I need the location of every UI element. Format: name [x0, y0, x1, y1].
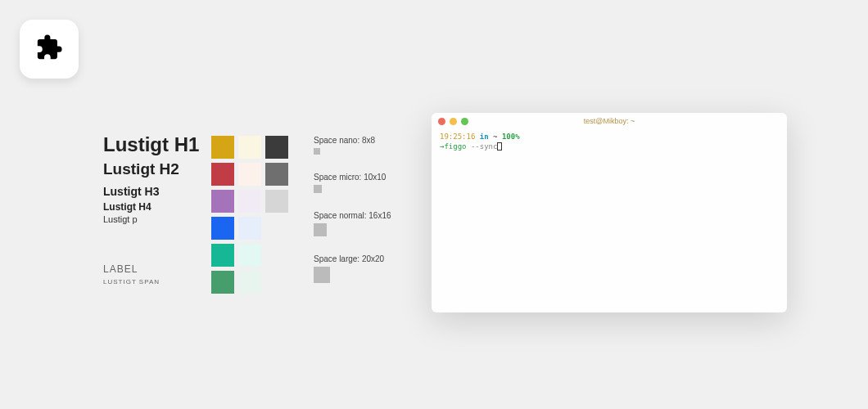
- terminal-title: test@Mikboy: ~: [432, 117, 787, 125]
- spacing-label: Space large: 20x20: [314, 254, 391, 263]
- command-flag: --sync: [471, 142, 498, 151]
- spacing-label: Space normal: 16x16: [314, 211, 391, 220]
- plugin-card: [20, 20, 79, 79]
- heading-h1: Lustigt H1: [103, 134, 199, 155]
- heading-h2: Lustigt H2: [103, 160, 199, 178]
- swatch: [211, 271, 234, 294]
- prompt-percent: 100%: [502, 133, 520, 141]
- swatch: [211, 217, 234, 240]
- spacing-label: Space micro: 10x10: [314, 173, 391, 182]
- terminal-header: test@Mikboy: ~: [432, 113, 787, 129]
- swatch: [265, 136, 288, 159]
- terminal-line-2: →figgo --sync: [440, 142, 779, 152]
- puzzle-icon: [35, 34, 63, 65]
- typography-specimen: Lustigt H1 Lustigt H2 Lustigt H3 Lustigt…: [103, 134, 199, 285]
- heading-h3: Lustigt H3: [103, 185, 199, 198]
- span-text: LUSTIGT SPAN: [103, 278, 199, 285]
- spacing-block: [314, 267, 330, 283]
- swatch: [238, 136, 261, 159]
- prompt-tilde: ~: [493, 133, 497, 141]
- spacing-block: [314, 185, 322, 193]
- label-text: LABEL: [103, 263, 199, 275]
- prompt-in: in: [480, 133, 489, 141]
- swatch: [238, 271, 261, 294]
- swatch: [265, 163, 288, 186]
- cursor-icon: [497, 142, 502, 151]
- swatch: [211, 163, 234, 186]
- spacing-nano: Space nano: 8x8: [314, 136, 391, 155]
- spacing-specimen: Space nano: 8x8 Space micro: 10x10 Space…: [314, 136, 391, 301]
- command-name: figgo: [444, 142, 466, 151]
- spacing-normal: Space normal: 16x16: [314, 211, 391, 236]
- spacing-block: [314, 148, 320, 155]
- heading-h4: Lustigt H4: [103, 201, 199, 213]
- terminal-window: test@Mikboy: ~ 19:25:16 in ~ 100% →figgo…: [432, 113, 787, 312]
- swatch: [265, 190, 288, 213]
- swatch: [238, 244, 261, 267]
- paragraph: Lustigt p: [103, 214, 199, 224]
- swatch: [211, 190, 234, 213]
- spacing-large: Space large: 20x20: [314, 254, 391, 283]
- prompt-time: 19:25:16: [440, 133, 475, 141]
- spacing-label: Space nano: 8x8: [314, 136, 391, 145]
- swatch: [238, 217, 261, 240]
- swatch: [211, 244, 234, 267]
- swatch: [238, 190, 261, 213]
- spacing-micro: Space micro: 10x10: [314, 173, 391, 193]
- spacing-block: [314, 223, 327, 236]
- terminal-line-1: 19:25:16 in ~ 100%: [440, 133, 779, 142]
- swatch: [211, 136, 234, 159]
- swatch: [238, 163, 261, 186]
- terminal-body[interactable]: 19:25:16 in ~ 100% →figgo --sync: [432, 129, 787, 155]
- color-swatch-grid: [211, 136, 288, 294]
